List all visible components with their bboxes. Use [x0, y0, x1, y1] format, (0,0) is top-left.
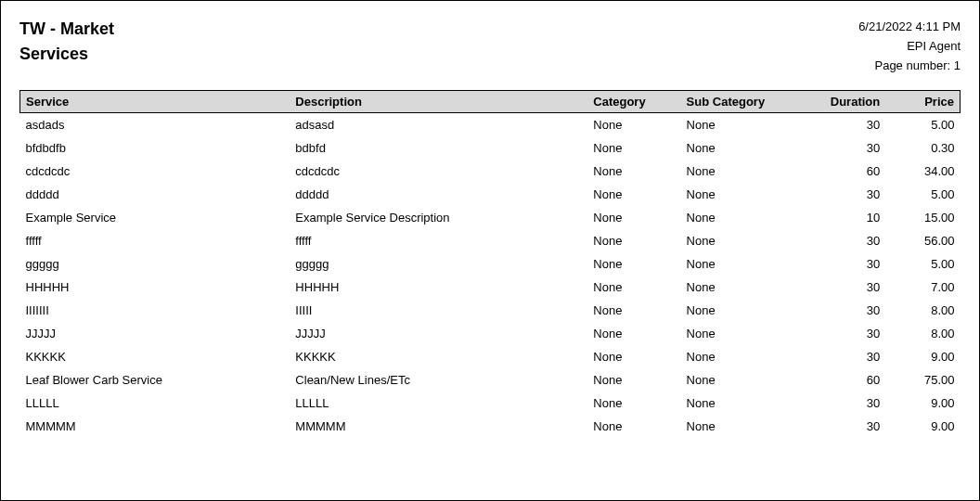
cell-subcategory: None: [681, 229, 802, 252]
cell-price: 9.00: [885, 345, 960, 368]
col-header-subcategory: Sub Category: [681, 91, 802, 113]
cell-description: KKKKK: [290, 345, 587, 368]
cell-duration: 30: [802, 345, 885, 368]
cell-service: Leaf Blower Carb Service: [20, 368, 290, 392]
table-row: ggggggggggNoneNone305.00: [20, 252, 961, 276]
cell-category: None: [587, 113, 680, 137]
cell-category: None: [587, 392, 680, 415]
cell-price: 7.00: [885, 276, 960, 299]
table-header-row: Service Description Category Sub Categor…: [20, 91, 961, 113]
cell-subcategory: None: [681, 322, 802, 345]
cell-service: Example Service: [20, 206, 290, 229]
report-title-line1: TW - Market: [19, 18, 114, 41]
report-title-line2: Services: [19, 41, 114, 68]
cell-price: 34.00: [885, 160, 960, 183]
table-row: HHHHHHHHHHNoneNone307.00: [20, 276, 961, 299]
cell-duration: 30: [802, 392, 885, 415]
cell-description: ggggg: [290, 252, 587, 276]
cell-price: 56.00: [885, 229, 960, 252]
cell-service: ggggg: [20, 252, 290, 276]
cell-service: HHHHH: [20, 276, 290, 299]
cell-category: None: [587, 368, 680, 392]
cell-service: bfdbdfb: [20, 136, 290, 160]
col-header-price: Price: [885, 91, 960, 113]
cell-category: None: [587, 206, 680, 229]
cell-duration: 30: [802, 183, 885, 206]
col-header-description: Description: [290, 91, 587, 113]
cell-category: None: [587, 415, 680, 438]
cell-price: 9.00: [885, 415, 960, 438]
cell-service: IIIIIII: [20, 299, 290, 322]
col-header-category: Category: [587, 91, 680, 113]
cell-duration: 30: [802, 113, 885, 137]
cell-price: 15.00: [885, 206, 960, 229]
cell-service: fffff: [20, 229, 290, 252]
cell-category: None: [587, 229, 680, 252]
report-page: TW - Market Services 6/21/2022 4:11 PM E…: [0, 0, 980, 501]
cell-service: MMMMM: [20, 415, 290, 438]
col-header-duration: Duration: [802, 91, 885, 113]
report-header: TW - Market Services 6/21/2022 4:11 PM E…: [19, 18, 961, 75]
cell-service: LLLLL: [20, 392, 290, 415]
col-header-service: Service: [20, 91, 290, 113]
cell-subcategory: None: [681, 368, 802, 392]
cell-service: cdcdcdc: [20, 160, 290, 183]
report-page-number: Page number: 1: [858, 57, 961, 76]
table-body: asdadsadsasdNoneNone305.00bfdbdfbbdbfdNo…: [20, 113, 961, 439]
table-row: JJJJJJJJJJNoneNone308.00: [20, 322, 961, 345]
cell-price: 8.00: [885, 299, 960, 322]
cell-subcategory: None: [681, 252, 802, 276]
cell-duration: 30: [802, 322, 885, 345]
cell-category: None: [587, 183, 680, 206]
cell-duration: 60: [802, 368, 885, 392]
cell-category: None: [587, 276, 680, 299]
cell-category: None: [587, 345, 680, 368]
cell-price: 9.00: [885, 392, 960, 415]
cell-service: asdads: [20, 113, 290, 137]
table-row: asdadsadsasdNoneNone305.00: [20, 113, 961, 137]
cell-description: MMMMM: [290, 415, 587, 438]
cell-service: KKKKK: [20, 345, 290, 368]
header-left: TW - Market Services: [19, 18, 114, 68]
table-row: cdcdcdccdcdcdcNoneNone6034.00: [20, 160, 961, 183]
cell-subcategory: None: [681, 415, 802, 438]
cell-service: JJJJJ: [20, 322, 290, 345]
cell-category: None: [587, 160, 680, 183]
table-row: Leaf Blower Carb ServiceClean/New Lines/…: [20, 368, 961, 392]
cell-service: ddddd: [20, 183, 290, 206]
cell-description: fffff: [290, 229, 587, 252]
cell-subcategory: None: [681, 345, 802, 368]
cell-duration: 30: [802, 136, 885, 160]
cell-subcategory: None: [681, 299, 802, 322]
table-row: ffffffffffNoneNone3056.00: [20, 229, 961, 252]
cell-description: Example Service Description: [290, 206, 587, 229]
cell-price: 75.00: [885, 368, 960, 392]
cell-subcategory: None: [681, 276, 802, 299]
cell-description: ddddd: [290, 183, 587, 206]
cell-subcategory: None: [681, 392, 802, 415]
cell-category: None: [587, 322, 680, 345]
cell-subcategory: None: [681, 113, 802, 137]
cell-subcategory: None: [681, 206, 802, 229]
table-row: LLLLLLLLLLNoneNone309.00: [20, 392, 961, 415]
cell-description: cdcdcdc: [290, 160, 587, 183]
report-datetime: 6/21/2022 4:11 PM: [858, 18, 961, 37]
cell-price: 5.00: [885, 183, 960, 206]
cell-price: 5.00: [885, 113, 960, 137]
cell-subcategory: None: [681, 183, 802, 206]
cell-category: None: [587, 136, 680, 160]
cell-category: None: [587, 299, 680, 322]
cell-description: LLLLL: [290, 392, 587, 415]
cell-description: adsasd: [290, 113, 587, 137]
table-row: IIIIIIIIIIIINoneNone308.00: [20, 299, 961, 322]
cell-description: bdbfd: [290, 136, 587, 160]
report-agent: EPI Agent: [858, 37, 961, 57]
table-row: MMMMMMMMMMNoneNone309.00: [20, 415, 961, 438]
services-table: Service Description Category Sub Categor…: [19, 90, 961, 438]
cell-duration: 30: [802, 415, 885, 438]
table-row: KKKKKKKKKKNoneNone309.00: [20, 345, 961, 368]
cell-duration: 60: [802, 160, 885, 183]
cell-subcategory: None: [681, 160, 802, 183]
cell-price: 8.00: [885, 322, 960, 345]
cell-category: None: [587, 252, 680, 276]
